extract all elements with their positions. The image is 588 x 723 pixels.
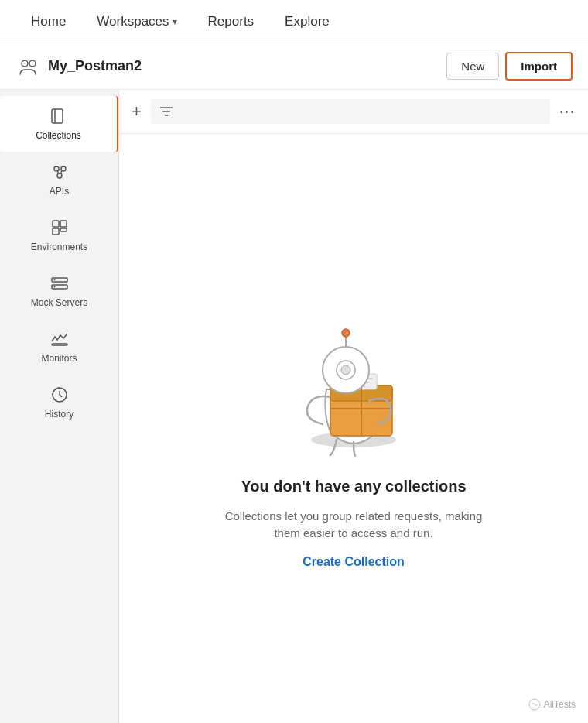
more-options-button[interactable]: ··· bbox=[559, 104, 576, 120]
sidebar: Collections APIs bbox=[0, 90, 119, 723]
watermark-icon bbox=[528, 698, 541, 711]
sidebar-collections-label: Collections bbox=[36, 130, 81, 141]
sidebar-mock-servers-label: Mock Servers bbox=[31, 297, 87, 308]
svg-point-15 bbox=[53, 279, 55, 281]
nav-reports[interactable]: Reports bbox=[196, 8, 267, 36]
svg-point-16 bbox=[53, 286, 55, 288]
sidebar-monitors-label: Monitors bbox=[41, 353, 77, 364]
history-icon bbox=[50, 385, 69, 404]
chevron-down-icon: ▾ bbox=[173, 16, 177, 27]
sidebar-item-environments[interactable]: Environments bbox=[0, 207, 118, 263]
workspace-name: My_Postman2 bbox=[48, 58, 142, 74]
svg-point-0 bbox=[22, 60, 28, 67]
new-button[interactable]: New bbox=[446, 53, 499, 80]
content-toolbar: + ··· bbox=[119, 90, 588, 134]
svg-point-3 bbox=[54, 166, 59, 171]
sidebar-history-label: History bbox=[45, 409, 74, 420]
svg-line-8 bbox=[60, 171, 62, 174]
footer-watermark: AllTests bbox=[528, 698, 576, 711]
svg-point-33 bbox=[341, 365, 350, 375]
mock-servers-icon bbox=[50, 274, 69, 293]
sidebar-item-history[interactable]: History bbox=[0, 375, 118, 430]
empty-desc: Collections let you group related reques… bbox=[222, 508, 485, 543]
sidebar-item-mock-servers[interactable]: Mock Servers bbox=[0, 263, 118, 319]
svg-line-7 bbox=[57, 171, 59, 174]
empty-state: You don't have any collections Collectio… bbox=[119, 134, 588, 723]
workspace-header: My_Postman2 New Import bbox=[0, 43, 588, 90]
nav-workspaces[interactable]: Workspaces ▾ bbox=[84, 8, 189, 36]
svg-point-4 bbox=[61, 166, 66, 171]
svg-rect-17 bbox=[52, 344, 67, 345]
main-layout: Collections APIs bbox=[0, 90, 588, 723]
workspace-actions: New Import bbox=[446, 52, 573, 81]
apis-icon bbox=[50, 163, 69, 181]
svg-rect-12 bbox=[60, 228, 67, 231]
add-button[interactable]: + bbox=[132, 103, 142, 120]
sidebar-environments-label: Environments bbox=[31, 242, 87, 252]
nav-workspaces-label: Workspaces bbox=[97, 14, 169, 29]
sidebar-item-apis[interactable]: APIs bbox=[0, 152, 118, 207]
workspace-icon bbox=[15, 54, 40, 79]
filter-icon bbox=[159, 104, 174, 119]
sidebar-item-monitors[interactable]: Monitors bbox=[0, 319, 118, 375]
workspace-left: My_Postman2 bbox=[15, 54, 142, 79]
filter-button[interactable] bbox=[151, 99, 550, 124]
monitors-icon bbox=[50, 330, 69, 348]
svg-point-5 bbox=[57, 173, 62, 178]
create-collection-link[interactable]: Create Collection bbox=[303, 555, 405, 569]
empty-title: You don't have any collections bbox=[241, 478, 466, 495]
svg-point-1 bbox=[29, 60, 36, 67]
watermark-text: AllTests bbox=[544, 699, 576, 710]
sidebar-item-collections[interactable]: Collections bbox=[0, 96, 118, 152]
import-button[interactable]: Import bbox=[505, 52, 573, 81]
svg-rect-2 bbox=[52, 109, 63, 123]
svg-point-35 bbox=[342, 329, 350, 337]
svg-rect-11 bbox=[53, 228, 59, 235]
svg-rect-10 bbox=[60, 221, 67, 227]
sidebar-apis-label: APIs bbox=[50, 186, 69, 197]
content-area: + ··· bbox=[119, 90, 588, 723]
environments-icon bbox=[50, 218, 69, 237]
top-nav: Home Workspaces ▾ Reports Explore bbox=[0, 0, 588, 43]
nav-home[interactable]: Home bbox=[19, 8, 78, 36]
empty-illustration bbox=[268, 289, 439, 459]
collections-icon bbox=[50, 107, 68, 125]
svg-rect-9 bbox=[53, 221, 59, 227]
nav-explore[interactable]: Explore bbox=[272, 8, 342, 36]
